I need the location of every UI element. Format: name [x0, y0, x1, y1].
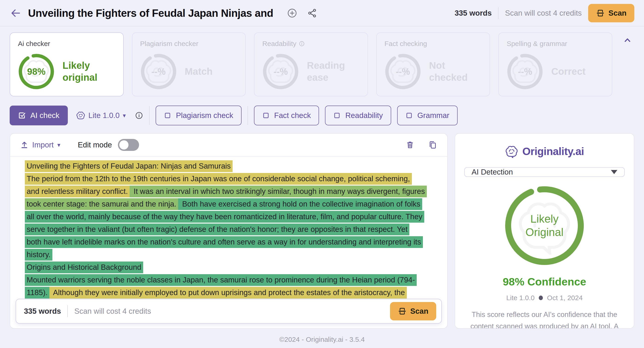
highlighted-text-segment: The period from the 12th to the 19th cen… — [25, 173, 412, 185]
highlighted-text-segment: took center stage: the samurai and the n… — [25, 198, 178, 210]
text-line: The period from the 12th to the 19th cen… — [25, 173, 438, 185]
card-fact-checking[interactable]: Fact checking --% Not checked — [376, 33, 490, 96]
delete-icon[interactable] — [406, 140, 414, 150]
scan-date: Oct 1, 2024 — [547, 294, 583, 302]
card-status: Match — [185, 66, 212, 78]
checkbox-empty-icon — [333, 112, 340, 119]
highlighted-text-segment: It was an interval in which two striking… — [130, 186, 427, 197]
main-area: Import ▾ Edit mode Unveiling the Fighter… — [0, 125, 644, 329]
readability-check-button[interactable]: Readability — [325, 106, 391, 125]
gauge-label-line1: Likely — [530, 212, 559, 226]
confidence-score: 98% Confidence — [503, 275, 586, 288]
highlighted-text-segment: Although they were initially employed to… — [50, 287, 406, 298]
top-bar: Unveiling the Fighters of Feudal Japan N… — [0, 0, 644, 27]
plagiarism-check-button[interactable]: Plagiarism check — [156, 106, 241, 125]
highlighted-text-segment: both have left indelible marks on the na… — [25, 236, 423, 248]
text-line: history. — [25, 248, 438, 261]
share-icon[interactable] — [307, 8, 317, 18]
scan-button[interactable]: Scan — [588, 4, 634, 22]
divider — [149, 106, 150, 125]
card-status: Likely original — [62, 60, 116, 84]
text-line: Mounted warriors serving the noble class… — [25, 274, 438, 286]
score-ring: --% — [262, 53, 299, 90]
fact-check-label: Fact check — [274, 111, 311, 120]
text-line: serve together in the valiant (but often… — [25, 223, 438, 236]
highlighted-text-segment: Both have exercised a strong hold on the… — [178, 198, 422, 210]
model-version: Lite 1.0.0 — [506, 294, 534, 302]
footer-word-count: 335 words — [24, 307, 61, 315]
scan-button-label: Scan — [608, 9, 626, 18]
card-label: Spelling & grammar — [506, 40, 604, 48]
detection-type-dropdown[interactable]: AI Detection — [464, 167, 625, 177]
readability-check-label: Readability — [345, 111, 383, 120]
text-line: Unveiling the Fighters of Feudal Japan: … — [25, 160, 438, 173]
editor-panel: Import ▾ Edit mode Unveiling the Fighter… — [10, 133, 448, 329]
text-line: and relentless military conflict. It was… — [25, 185, 438, 198]
score-ring: --% — [506, 53, 543, 90]
card-spelling-grammar[interactable]: Spelling & grammar --% Correct — [498, 33, 612, 96]
plagiarism-check-label: Plagiarism check — [176, 111, 233, 120]
score-ring: --% — [384, 53, 421, 90]
ai-check-button[interactable]: AI check — [10, 106, 68, 125]
back-arrow-icon — [10, 8, 21, 19]
chevron-down-icon — [611, 170, 617, 174]
back-button[interactable] — [10, 7, 22, 19]
add-circle-icon[interactable] — [287, 8, 297, 18]
card-readability[interactable]: Readability --% Reading ease — [254, 33, 368, 96]
scan-button-bottom[interactable]: Scan — [390, 302, 436, 320]
page-title: Unveiling the Fighters of Feudal Japan N… — [28, 7, 273, 19]
text-line: 1185). Although they were initially empl… — [25, 286, 438, 299]
collapse-cards-button[interactable] — [620, 33, 634, 45]
ring-value: --% — [506, 53, 543, 90]
brain-icon — [76, 111, 85, 120]
card-label: Fact checking — [384, 40, 482, 48]
chevron-down-icon: ▾ — [58, 142, 60, 148]
scan-meta: Lite 1.0.0 Oct 1, 2024 — [506, 294, 583, 302]
card-plagiarism-checker[interactable]: Plagiarism checker --% Match — [132, 33, 246, 96]
check-options-row: AI check Lite 1.0.0 ▾ Plagiarism check F… — [0, 96, 644, 125]
gauge-label-line2: Original — [526, 226, 563, 239]
grammar-check-button[interactable]: Grammar — [397, 106, 458, 125]
text-line: both have left indelible marks on the na… — [25, 236, 438, 248]
upload-icon — [20, 141, 28, 149]
scan-cost: Scan will cost 4 credits — [505, 9, 582, 18]
import-button[interactable]: Import ▾ — [20, 141, 60, 149]
editor-text[interactable]: Unveiling the Fighters of Feudal Japan: … — [10, 157, 447, 312]
checkbox-empty-icon — [406, 112, 413, 119]
card-label: Plagiarism checker — [140, 40, 238, 48]
card-label: Readability — [262, 40, 296, 48]
copy-icon[interactable] — [428, 140, 437, 150]
edit-mode-label: Edit mode — [78, 141, 112, 149]
highlighted-text-segment: Unveiling the Fighters of Feudal Japan: … — [25, 160, 232, 172]
highlighted-text-segment: serve together in the valiant (but often… — [25, 224, 409, 235]
score-cards-row: Ai checker 98% Likely original Plagiaris… — [0, 27, 644, 96]
import-label: Import — [32, 141, 54, 149]
brand: Originality.ai — [505, 145, 584, 158]
card-status: Reading ease — [307, 60, 360, 84]
text-line: all over the world, mainly because of th… — [25, 210, 438, 223]
card-ai-checker[interactable]: Ai checker 98% Likely original — [10, 33, 124, 96]
scan-icon — [596, 9, 605, 18]
edit-mode-toggle[interactable] — [118, 139, 139, 151]
checkbox-empty-icon — [164, 112, 171, 119]
model-selector[interactable]: Lite 1.0.0 ▾ — [74, 111, 128, 120]
score-description: This score reflects our AI's confidence … — [464, 309, 625, 329]
toggle-knob — [119, 140, 128, 150]
results-panel: Originality.ai AI Detection Likely Origi… — [454, 133, 634, 329]
highlighted-text-segment: history. — [25, 249, 52, 261]
word-count: 335 words — [454, 9, 492, 18]
model-info-button[interactable] — [135, 111, 143, 120]
originality-logo-icon — [505, 145, 518, 158]
checkbox-empty-icon — [262, 112, 270, 119]
detection-type-value: AI Detection — [472, 168, 513, 176]
ai-check-label: AI check — [30, 111, 60, 120]
info-icon — [299, 41, 305, 47]
highlighted-text-segment: 1185). — [25, 287, 50, 298]
fact-check-button[interactable]: Fact check — [254, 106, 319, 125]
footer-scan-cost: Scan will cost 4 credits — [74, 307, 151, 315]
editor-toolbar: Import ▾ Edit mode — [10, 134, 447, 157]
divider — [248, 106, 248, 125]
highlighted-text-segment: Mounted warriors serving the noble class… — [25, 274, 417, 286]
highlighted-text-segment: and relentless military conflict. — [25, 186, 130, 197]
ring-value: --% — [384, 53, 421, 90]
